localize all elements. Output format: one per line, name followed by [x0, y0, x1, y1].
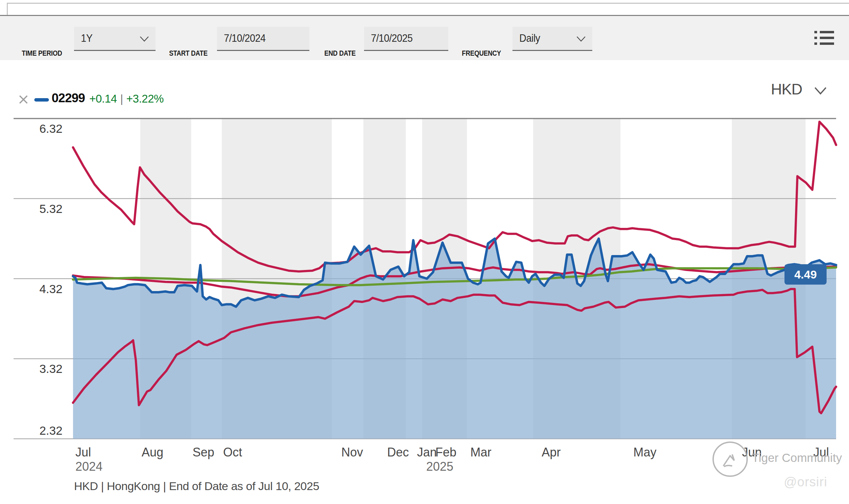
remove-series-icon[interactable] — [18, 94, 29, 105]
x-axis-month: Dec — [387, 445, 409, 459]
currency-value: HKD — [771, 80, 802, 98]
frequency-value: Daily — [512, 32, 540, 44]
start-date-label: START DATE — [169, 49, 207, 58]
x-axis-month: Apr — [542, 445, 561, 459]
x-axis-month: Oct — [223, 445, 242, 459]
x-axis-month: Mar — [470, 445, 491, 459]
time-period-select[interactable]: 1Y — [74, 27, 156, 51]
start-date-input[interactable]: 7/10/2024 — [217, 27, 309, 51]
tiger-community-label: Tiger Community — [752, 451, 842, 465]
panel-left-border — [7, 3, 8, 15]
panel-top-border — [7, 3, 849, 4]
x-axis-month: Sep — [193, 445, 214, 459]
price-change: +0.14|+3.22% — [89, 92, 164, 105]
time-period-label: TIME PERIOD — [22, 49, 62, 58]
y-axis-tick: 6.32 — [39, 122, 62, 135]
x-axis-month: Jan — [417, 445, 437, 459]
frequency-label: FREQUENCY — [462, 49, 501, 58]
end-date-value: 7/10/2025 — [364, 32, 413, 44]
series-color-swatch — [34, 98, 49, 102]
tiger-community-watermark: Tiger Community — [710, 439, 849, 480]
y-axis-tick: 2.32 — [39, 424, 62, 437]
ticker-symbol[interactable]: 02299 — [52, 91, 85, 105]
tiger-logo-icon — [710, 439, 750, 479]
x-axis-month: Jul — [75, 445, 91, 459]
chart-settings-toolbar: TIME PERIOD 1Y START DATE 7/10/2024 END … — [0, 15, 849, 60]
end-date-input[interactable]: 7/10/2025 — [364, 27, 448, 51]
author-watermark: @orsiri — [784, 475, 827, 489]
y-axis-tick: 3.32 — [39, 362, 62, 375]
currency-selector[interactable]: HKD — [771, 81, 827, 98]
x-axis-month: May — [633, 445, 656, 459]
x-axis-month: Feb — [435, 445, 456, 459]
series-list-icon[interactable] — [814, 30, 834, 47]
y-axis-tick: 4.32 — [39, 282, 62, 295]
x-axis-month: Aug — [142, 445, 163, 459]
y-axis-tick: 5.32 — [39, 202, 62, 215]
chevron-down-icon — [576, 36, 586, 42]
time-period-value: 1Y — [74, 32, 92, 44]
price-chart[interactable]: 6.325.324.323.322.32Jul2024AugSepOctNovD… — [0, 112, 849, 479]
x-axis-month: Nov — [341, 445, 363, 459]
end-date-label: END DATE — [324, 49, 356, 58]
frequency-select[interactable]: Daily — [512, 27, 592, 51]
chevron-down-icon — [139, 36, 149, 42]
chart-footnote: HKD | HongKong | End of Date as of Jul 1… — [74, 480, 319, 493]
x-axis-year: 2024 — [75, 460, 103, 473]
start-date-value: 7/10/2024 — [217, 32, 266, 44]
chevron-down-icon — [814, 86, 827, 96]
price-tag-value: 4.49 — [794, 268, 817, 281]
x-axis-year: 2025 — [426, 460, 453, 473]
